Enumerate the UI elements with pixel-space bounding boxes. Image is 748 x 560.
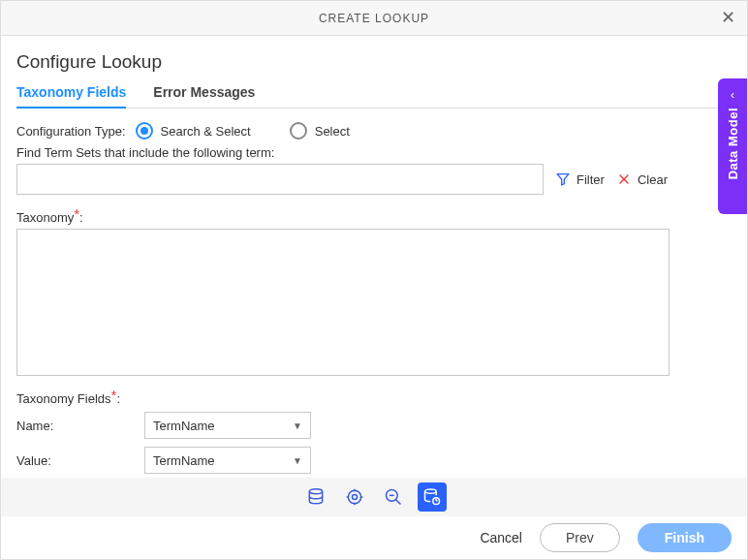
svg-point-4 bbox=[353, 495, 358, 500]
config-type-row: Configuration Type: Search & Select Sele… bbox=[16, 122, 732, 140]
side-panel-label: Data Model bbox=[726, 108, 740, 179]
taxonomy-label: Taxonomy bbox=[16, 210, 74, 225]
step-database-icon[interactable] bbox=[301, 482, 330, 512]
wizard-step-icons bbox=[1, 478, 747, 516]
side-panel-data-model[interactable]: ‹ Data Model bbox=[718, 78, 747, 214]
value-select-value: TermName bbox=[153, 453, 215, 468]
name-label: Name: bbox=[16, 419, 144, 433]
clear-button[interactable]: Clear bbox=[616, 171, 668, 187]
content-area: Configure Lookup Taxonomy Fields Error M… bbox=[1, 36, 747, 474]
required-asterisk: * bbox=[74, 205, 79, 222]
value-label: Value: bbox=[16, 453, 144, 468]
search-row: Filter Clear bbox=[16, 164, 732, 195]
required-asterisk: * bbox=[111, 387, 117, 403]
colon: : bbox=[79, 210, 83, 225]
search-input[interactable] bbox=[16, 164, 544, 195]
svg-point-5 bbox=[348, 490, 360, 503]
clear-icon bbox=[616, 171, 632, 187]
close-button[interactable]: ✕ bbox=[718, 9, 737, 28]
name-select-value: TermName bbox=[153, 419, 215, 433]
taxonomy-label-row: Taxonomy*: bbox=[16, 208, 732, 225]
tab-error-messages[interactable]: Error Messages bbox=[153, 84, 255, 108]
config-type-radiogroup: Search & Select Select bbox=[136, 122, 350, 140]
radio-label: Select bbox=[315, 124, 350, 139]
taxonomy-fields-label: Taxonomy Fields bbox=[16, 391, 111, 406]
radio-icon bbox=[136, 122, 153, 140]
filter-button[interactable]: Filter bbox=[555, 171, 605, 187]
chevron-down-icon: ▼ bbox=[293, 455, 302, 466]
step-zoom-out-icon[interactable] bbox=[379, 482, 408, 512]
colon: : bbox=[116, 391, 120, 406]
filter-label: Filter bbox=[577, 172, 605, 187]
dialog-title: CREATE LOOKUP bbox=[319, 12, 429, 25]
titlebar: CREATE LOOKUP ✕ bbox=[1, 1, 747, 36]
value-field-row: Value: TermName ▼ bbox=[16, 447, 732, 474]
radio-search-select[interactable]: Search & Select bbox=[136, 122, 251, 140]
search-hint: Find Term Sets that include the followin… bbox=[16, 145, 732, 160]
value-select[interactable]: TermName ▼ bbox=[144, 447, 311, 474]
svg-line-7 bbox=[396, 500, 401, 505]
svg-marker-0 bbox=[557, 174, 569, 185]
footer: Cancel Prev Finish bbox=[1, 516, 747, 559]
tabs: Taxonomy Fields Error Messages bbox=[16, 84, 732, 109]
taxonomy-fields-label-row: Taxonomy Fields*: bbox=[16, 389, 732, 406]
finish-button[interactable]: Finish bbox=[638, 523, 732, 552]
step-gear-target-icon[interactable] bbox=[340, 482, 369, 512]
radio-select[interactable]: Select bbox=[290, 122, 350, 140]
radio-label: Search & Select bbox=[161, 124, 251, 139]
radio-icon bbox=[290, 122, 307, 140]
config-type-label: Configuration Type: bbox=[16, 124, 126, 139]
prev-button[interactable]: Prev bbox=[540, 523, 620, 552]
svg-point-9 bbox=[425, 489, 437, 493]
filter-icon bbox=[555, 171, 571, 187]
taxonomy-listbox[interactable] bbox=[16, 229, 670, 376]
name-field-row: Name: TermName ▼ bbox=[16, 412, 732, 439]
page-heading: Configure Lookup bbox=[16, 51, 732, 73]
chevron-left-icon: ‹ bbox=[731, 88, 734, 102]
name-select[interactable]: TermName ▼ bbox=[144, 412, 311, 439]
clear-label: Clear bbox=[638, 172, 668, 187]
step-database-config-icon[interactable] bbox=[418, 482, 447, 512]
svg-point-3 bbox=[309, 489, 322, 494]
chevron-down-icon: ▼ bbox=[293, 420, 302, 431]
cancel-button[interactable]: Cancel bbox=[480, 530, 522, 545]
close-icon: ✕ bbox=[721, 8, 735, 27]
tab-taxonomy-fields[interactable]: Taxonomy Fields bbox=[16, 84, 126, 108]
